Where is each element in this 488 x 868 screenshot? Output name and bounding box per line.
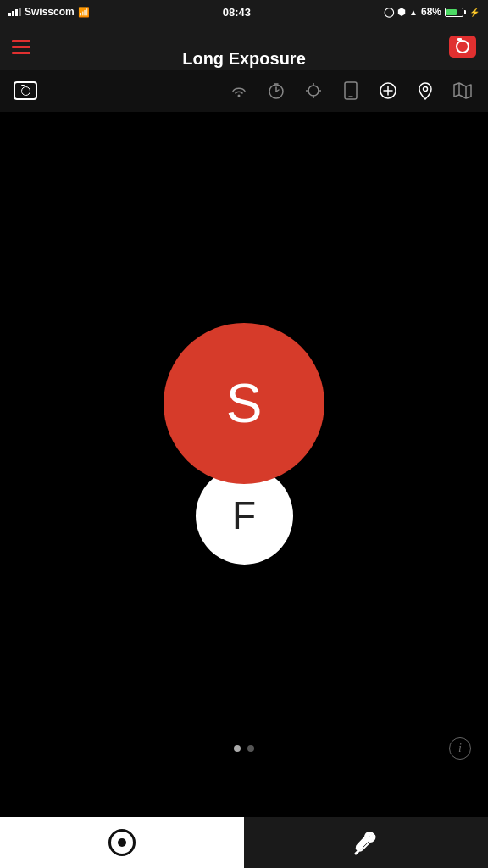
- dot-1: [234, 745, 241, 752]
- location-toolbar-button[interactable]: [408, 74, 442, 108]
- svg-line-21: [356, 852, 358, 854]
- menu-button[interactable]: [12, 40, 30, 54]
- crosshair-toolbar-button[interactable]: [297, 74, 330, 108]
- charging-icon: ⚡: [469, 8, 480, 17]
- toolbar: [0, 70, 488, 112]
- tools-icon: [353, 830, 379, 855]
- status-time: 08:43: [223, 6, 251, 19]
- timer-icon: [267, 81, 286, 100]
- battery-percent: 68%: [421, 6, 441, 18]
- title-bar: Long Exposure: [0, 24, 488, 70]
- record-nav-button[interactable]: [0, 817, 244, 868]
- carrier-label: Swisscom: [25, 6, 75, 18]
- shutter-button[interactable]: S: [164, 323, 324, 484]
- camera-toolbar-button[interactable]: [8, 74, 42, 108]
- svg-marker-16: [454, 83, 471, 98]
- add-toolbar-button[interactable]: [371, 74, 405, 108]
- status-left: Swisscom 📶: [8, 6, 90, 18]
- battery-icon: [445, 8, 466, 17]
- bottom-nav: [0, 817, 488, 868]
- device-toolbar-button[interactable]: [334, 74, 368, 108]
- camera-action-button[interactable]: [449, 36, 476, 58]
- dot-2: [247, 745, 254, 752]
- plus-icon: [379, 81, 397, 100]
- record-icon: [108, 829, 136, 856]
- svg-point-15: [424, 87, 428, 92]
- status-bar: Swisscom 📶 08:43 ◯ ⬢ ▲ 68% ⚡: [0, 0, 488, 24]
- status-right: ◯ ⬢ ▲ 68% ⚡: [384, 6, 480, 18]
- svg-point-0: [238, 95, 241, 97]
- bluetooth-icon: ⬢: [397, 7, 406, 18]
- remote-toolbar-button[interactable]: [222, 74, 256, 108]
- location-icon: [418, 81, 433, 100]
- svg-point-5: [308, 86, 319, 96]
- main-content: S F i: [0, 112, 488, 775]
- map-icon: [453, 81, 472, 100]
- remote-icon: [229, 81, 249, 101]
- page-title: Long Exposure: [182, 49, 306, 69]
- device-icon: [343, 81, 358, 100]
- bottom-indicators: i: [0, 737, 488, 760]
- timer-toolbar-button[interactable]: [259, 74, 293, 108]
- wifi-icon: 📶: [78, 7, 90, 18]
- crosshair-icon: [304, 81, 323, 100]
- nav-arrow-icon: ▲: [409, 8, 418, 17]
- signal-icon: [8, 8, 21, 16]
- location-status-icon: ◯: [384, 7, 394, 18]
- settings-nav-button[interactable]: [244, 817, 488, 868]
- info-button[interactable]: i: [449, 737, 471, 760]
- map-toolbar-button[interactable]: [446, 74, 480, 108]
- page-dots: [234, 745, 254, 752]
- toolbar-right: [222, 74, 480, 108]
- toolbar-left: [8, 74, 42, 108]
- camera-small-icon: [14, 81, 37, 100]
